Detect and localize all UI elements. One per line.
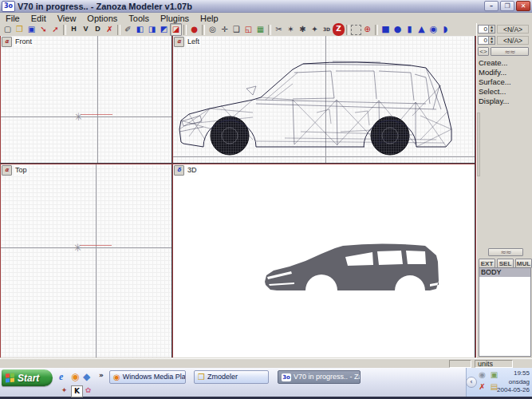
viewport-top[interactable]: ✳ α Top (1, 164, 171, 358)
expand-button[interactable]: ≈≈ (488, 248, 523, 256)
panel-surface[interactable]: Surface... (479, 77, 531, 87)
zoom-tool-icon[interactable]: ◎ (207, 23, 219, 36)
viewport-divider-vertical[interactable] (171, 36, 173, 358)
viewport-3d[interactable]: δ 3D (173, 164, 475, 358)
zmodeler-window: 3o V70 in progress.. - Zanoza Modeler v1… (0, 0, 532, 368)
export-file-icon[interactable]: ➚ (49, 23, 61, 36)
view-flat-icon[interactable]: ◨ (146, 23, 158, 36)
ext-mode-button[interactable]: EXT (479, 259, 495, 268)
create-cube-icon[interactable]: ■ (380, 23, 392, 36)
detail-spinner[interactable]: 0 ▲▼ (478, 36, 495, 45)
task-v70-zmodeler[interactable]: 3o V70 in progress.. - Za... (278, 370, 361, 384)
spinner2-label: <N/A> (497, 36, 529, 45)
menu-edit[interactable]: Edit (26, 14, 52, 23)
front-viewport-button[interactable]: α (2, 37, 12, 47)
start-label: Start (18, 373, 39, 384)
panel-scrollbar[interactable] (477, 113, 480, 176)
3d-viewport-button[interactable]: δ (174, 165, 184, 176)
object-list[interactable]: BODY (479, 267, 531, 357)
clock-time: 19:55 (497, 369, 530, 378)
create-cone-icon[interactable]: ▲ (416, 23, 428, 36)
split-dual-button[interactable]: D (92, 23, 104, 36)
panel-display[interactable]: Display... (479, 97, 531, 106)
create-disc-icon[interactable]: ◗ (439, 23, 451, 36)
axis-gizmo-icon[interactable]: ⊕ (361, 23, 373, 36)
front-red-axis (81, 114, 112, 115)
object-list-item-body[interactable]: BODY (479, 268, 530, 277)
media-player-icon[interactable]: ◉ (71, 371, 79, 382)
zoom-extents-icon[interactable]: ◱ (242, 23, 254, 36)
mul-mode-button[interactable]: MUL (515, 259, 532, 268)
wave-button[interactable]: ≈≈ (491, 47, 529, 56)
quick-launch-overflow-icon[interactable]: » (99, 370, 104, 380)
save-file-icon[interactable]: ▣ (26, 23, 37, 36)
hide-selected-icon[interactable]: ✗ (104, 23, 116, 36)
task-windows-media-player[interactable]: ◉ Windows Media Player (109, 370, 186, 384)
menu-file[interactable]: File (0, 14, 26, 23)
open-file-icon[interactable]: ❒ (14, 23, 26, 36)
level-spinner[interactable]: 0 ▲▼ (478, 25, 495, 34)
top-viewport-button[interactable]: α (2, 165, 12, 176)
pan-tool-icon[interactable]: ✛ (219, 23, 231, 36)
offline-network-icon[interactable]: ✗ (476, 381, 488, 393)
import-file-icon[interactable]: ➘ (37, 23, 49, 36)
panel-create[interactable]: Create... (479, 58, 531, 68)
window-title: V70 in progress.. - Zanoza Modeler v1.07… (18, 1, 192, 12)
split-horizontal-button[interactable]: H (68, 23, 80, 36)
menu-options[interactable]: Options (81, 14, 123, 23)
split-vertical-button[interactable]: V (80, 23, 92, 36)
menu-help[interactable]: Help (195, 14, 224, 23)
toolbar-separator (375, 25, 378, 35)
render-icon[interactable]: ● (188, 23, 200, 36)
mirror-tool-icon[interactable]: ✂ (273, 23, 285, 36)
view-textured-icon[interactable]: ◪ (170, 23, 182, 36)
status-units: units (475, 360, 513, 368)
start-button[interactable]: Start (2, 369, 53, 386)
viewport-left[interactable]: α Left (173, 36, 475, 163)
spinner-arrows-icon[interactable]: ▲▼ (488, 37, 495, 44)
quick-icon-1[interactable]: ✦ (59, 385, 69, 396)
detach-tool-icon[interactable]: ✱ (297, 23, 309, 36)
panel-select[interactable]: Select... (479, 87, 531, 97)
restore-button[interactable]: ❐ (500, 1, 514, 11)
sel-mode-button[interactable]: SEL (497, 259, 514, 268)
select-rectangle-icon[interactable] (351, 25, 361, 35)
internet-explorer-icon[interactable]: e (59, 371, 63, 382)
titlebar[interactable]: 3o V70 in progress.. - Zanoza Modeler v1… (0, 0, 532, 13)
z-buffer-icon[interactable]: Z (333, 23, 345, 36)
view-smooth-icon[interactable]: ◩ (158, 23, 170, 36)
task-zmodeler-folder[interactable]: ❒ Zmodeler (194, 370, 269, 384)
car-silhouette (173, 164, 475, 358)
msn-icon[interactable]: ◆ (83, 371, 90, 382)
viewport-front[interactable]: ✳ α Front (1, 36, 171, 163)
view-wireframe-icon[interactable]: ◧ (134, 23, 146, 36)
create-torus-icon[interactable]: ◉ (428, 23, 439, 36)
swap-button[interactable]: <> (478, 47, 489, 56)
new-file-icon[interactable]: ▢ (2, 23, 14, 36)
quick-icon-3[interactable]: ✿ (83, 385, 93, 396)
network-globe-icon[interactable]: ◉ (476, 369, 488, 381)
create-cylinder-icon[interactable]: ▮ (404, 23, 416, 36)
spinner-arrows-icon[interactable]: ▲▼ (488, 26, 495, 33)
menu-plugins[interactable]: Plugins (155, 14, 195, 23)
minimize-button[interactable]: – (484, 1, 499, 11)
quick-icon-2[interactable]: K (71, 385, 83, 397)
tray-collapse-icon[interactable]: ‹ (466, 377, 477, 388)
create-sphere-icon[interactable]: ● (392, 23, 404, 36)
lasso-select-icon[interactable]: ✐ (122, 23, 134, 36)
star-tool-icon[interactable]: ✶ (285, 23, 297, 36)
panel-modify[interactable]: Modify... (479, 68, 531, 77)
viewport-divider-horizontal[interactable] (0, 163, 475, 164)
toggle-3d-icon[interactable]: 3D (321, 23, 333, 36)
background-image-icon[interactable]: ▦ (254, 23, 266, 36)
front-origin-marker: ✳ (74, 112, 83, 122)
menu-view[interactable]: View (52, 14, 82, 23)
left-viewport-button[interactable]: α (174, 37, 184, 47)
bones-tool-icon[interactable]: ✦ (309, 23, 321, 36)
close-button[interactable]: ✕ (516, 1, 530, 11)
toolbar-separator (183, 25, 187, 35)
folder-task-icon: ❒ (198, 371, 205, 383)
rotate-view-icon[interactable]: ❑ (231, 23, 242, 36)
tray-clock[interactable]: 19:55 onsdag 2004-05-26 (497, 369, 530, 395)
menu-tools[interactable]: Tools (123, 14, 155, 23)
